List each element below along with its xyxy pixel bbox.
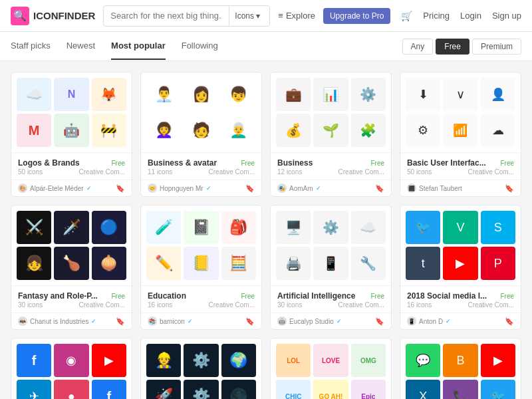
icon-cell: ◉ — [54, 344, 88, 377]
card-count: 30 icons — [18, 301, 43, 309]
card-badge: Free — [370, 293, 384, 300]
login-link[interactable]: Login — [460, 11, 481, 21]
card-count: 50 icons — [407, 168, 432, 176]
author-name: Anton D — [419, 318, 443, 325]
tab-most-popular[interactable]: Most popular — [111, 33, 166, 60]
author-name: Hopnguyen Mr — [160, 185, 203, 192]
card-item[interactable]: LOLLOVEOMGCHICGO AH!Epic Photo Stickers:… — [270, 338, 392, 399]
card-info: Fantasy and Role-P... Free 30 icons Crea… — [11, 285, 132, 313]
card-title: Fantasy and Role-P... — [18, 291, 98, 301]
author-name: bamicon — [160, 318, 185, 325]
card-count: 50 icons — [18, 168, 43, 176]
filter-free[interactable]: Free — [436, 39, 469, 55]
card-item[interactable]: 🧪📓🎒✏️📒🧮 Education Free 16 icons Creative… — [140, 205, 262, 330]
tab-staff-picks[interactable]: Staff picks — [11, 33, 51, 60]
search-button[interactable]: 🔍 — [265, 11, 270, 21]
icon-cell: 🚀 — [146, 380, 181, 399]
card-info: Basic User Interfac... Free 50 icons Cre… — [400, 152, 521, 180]
icon-cell: 🔧 — [351, 247, 386, 280]
card-item[interactable]: 👷⚙️🌍🚀⚙️🌑 Space Flat - Galaxy... Free 10 … — [140, 338, 262, 399]
card-title: Basic User Interfac... — [407, 158, 486, 168]
search-input[interactable] — [104, 11, 229, 21]
card-badge: Free — [241, 293, 255, 300]
icon-cell: 👧 — [17, 247, 51, 280]
card-item[interactable]: ☁️N🦊M🤖🚧 Logos & Brands Free 50 icons Cre… — [11, 72, 132, 197]
bookmark-icon[interactable]: 🔖 — [116, 317, 125, 326]
card-item[interactable]: f◉▶✈●f Social Media Free 30 icons Creati… — [11, 338, 132, 399]
bookmark-icon[interactable]: 🔖 — [116, 184, 125, 193]
card-author: 🤖 Eucalyp Studio ✓ 🔖 — [271, 313, 391, 329]
icon-cell: 🌑 — [221, 380, 256, 399]
card-count: 12 icons — [277, 168, 302, 176]
card-count: 16 icons — [148, 301, 172, 309]
author-name: Alpár-Etele Méder — [30, 185, 84, 192]
tab-following[interactable]: Following — [182, 33, 218, 60]
filter-buttons: Any Free Premium — [402, 39, 521, 55]
card-preview: f◉▶✈●f — [11, 338, 132, 399]
icon-cell: 🧮 — [221, 247, 256, 280]
avatar: 🎭 — [277, 184, 287, 193]
icon-cell: 💰 — [276, 114, 311, 147]
card-preview: 🖥️⚙️☁️🖨️📱🔧 — [271, 205, 391, 285]
verified-icon: ✓ — [206, 185, 211, 192]
icon-cell: ⚙️ — [184, 344, 218, 377]
icon-cell: 📒 — [184, 247, 218, 280]
avatar: 🦇 — [18, 317, 27, 326]
icon-cell: 👨‍🦳 — [221, 114, 256, 147]
bookmark-icon[interactable]: 🔖 — [245, 317, 255, 326]
signup-link[interactable]: Sign up — [492, 11, 521, 21]
icon-cell: ▶ — [443, 247, 477, 280]
upgrade-button[interactable]: Upgrade to Pro — [323, 8, 390, 24]
bookmark-icon[interactable]: 🔖 — [375, 317, 384, 326]
icon-cell: P — [481, 247, 515, 280]
icon-cell: CHIC — [276, 380, 311, 399]
cart-icon[interactable]: 🛒 — [401, 11, 412, 21]
icon-cell: 👩‍🦱 — [146, 114, 181, 147]
icon-cell: LOL — [276, 344, 311, 377]
bookmark-icon[interactable]: 🔖 — [245, 184, 255, 193]
icon-cell: f — [92, 380, 126, 399]
card-badge: Free — [500, 160, 514, 167]
card-info: Artificial Intelligence Free 30 icons Cr… — [271, 285, 391, 313]
card-item[interactable]: 👨‍💼👩👦👩‍🦱🧑👨‍🦳 Business & avatar Free 11 i… — [140, 72, 262, 197]
pricing-link[interactable]: Pricing — [423, 11, 450, 21]
icon-cell: Epic — [351, 380, 386, 399]
subnav: Staff picks Newest Most popular Followin… — [0, 32, 532, 61]
card-item[interactable]: 🐦VSt▶P 2018 Social media I... Free 16 ic… — [400, 205, 521, 330]
bookmark-icon[interactable]: 🔖 — [505, 317, 514, 326]
card-badge: Free — [111, 160, 125, 167]
filter-premium[interactable]: Premium — [472, 39, 521, 55]
logo[interactable]: 🔍 ICONFINDER — [11, 7, 95, 25]
icon-cell: GO AH! — [313, 380, 348, 399]
card-title: Artificial Intelligence — [277, 291, 355, 301]
icon-cell: ☁ — [481, 114, 515, 147]
icon-cell: ⚙ — [406, 114, 440, 147]
explore-button[interactable]: ≡ Explore — [278, 11, 315, 21]
card-license: Creative Com... — [209, 301, 255, 309]
icon-cell: 🤖 — [54, 114, 88, 147]
bookmark-icon[interactable]: 🔖 — [375, 184, 384, 193]
card-author: ⬛ Stefan Taubert 🔖 — [400, 180, 521, 196]
card-info: Education Free 16 icons Creative Com... — [141, 285, 261, 313]
icon-cell: 📓 — [184, 211, 218, 244]
card-title: 2018 Social media I... — [407, 291, 487, 301]
search-type-dropdown[interactable]: Icons ▾ — [229, 6, 265, 26]
card-license: Creative Com... — [338, 301, 384, 309]
avatar: ⬛ — [407, 184, 416, 193]
card-item[interactable]: ⬇∨👤⚙📶☁ Basic User Interfac... Free 50 ic… — [400, 72, 521, 197]
card-item[interactable]: 💬B▶X📞🐦 Social Round Corn... Free 25 icon… — [400, 338, 521, 399]
card-item[interactable]: 🖥️⚙️☁️🖨️📱🔧 Artificial Intelligence Free … — [270, 205, 392, 330]
bookmark-icon[interactable]: 🔖 — [505, 184, 514, 193]
card-license: Creative Com... — [79, 168, 125, 176]
icon-cell: 💼 — [276, 78, 311, 111]
logo-text: ICONFINDER — [33, 10, 95, 21]
icon-cell: 👤 — [481, 78, 515, 111]
card-item[interactable]: ⚔️🗡️🔵👧🍗🧅 Fantasy and Role-P... Free 30 i… — [11, 205, 132, 330]
icon-cell: 🦊 — [92, 78, 126, 111]
icon-cell: ∨ — [443, 78, 477, 111]
author-name: AomAm — [289, 185, 313, 192]
filter-any[interactable]: Any — [402, 39, 434, 55]
card-badge: Free — [241, 160, 255, 167]
tab-newest[interactable]: Newest — [66, 33, 95, 60]
card-item[interactable]: 💼📊⚙️💰🌱🧩 Business Free 12 icons Creative … — [270, 72, 392, 197]
